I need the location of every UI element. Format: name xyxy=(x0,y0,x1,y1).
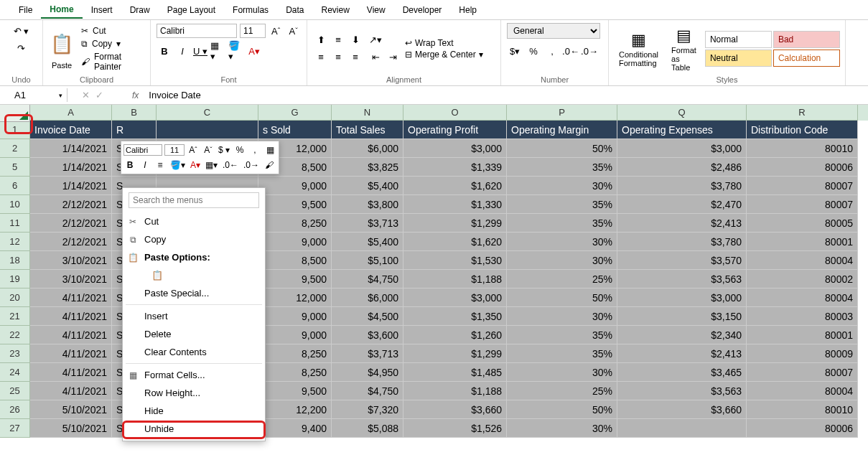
cell[interactable]: 80007 xyxy=(747,363,858,382)
row-header[interactable]: 6 xyxy=(0,177,30,195)
border-button[interactable]: ▦ ▾ xyxy=(210,43,226,59)
cell[interactable]: 80010 xyxy=(747,139,858,158)
mini-shrink-font-icon[interactable]: Aˇ xyxy=(202,144,215,156)
cell[interactable]: 35% xyxy=(507,195,617,214)
cell[interactable]: $1,530 xyxy=(403,251,507,270)
menu-draw[interactable]: Draw xyxy=(121,2,159,18)
accounting-icon[interactable]: $▾ xyxy=(507,43,523,59)
cell[interactable]: 1/14/2021 xyxy=(30,139,112,158)
mini-dec-decimal-icon[interactable]: .0← xyxy=(221,159,240,172)
cell[interactable]: $3,000 xyxy=(403,139,507,158)
cell[interactable]: $1,330 xyxy=(403,195,507,214)
menu-data[interactable]: Data xyxy=(277,2,312,18)
col-header-n[interactable]: N xyxy=(332,105,403,121)
row-header[interactable]: 27 xyxy=(0,419,30,438)
header-cell[interactable]: Operating Margin xyxy=(507,121,617,139)
mini-inc-decimal-icon[interactable]: .0→ xyxy=(242,159,261,172)
cm-delete[interactable]: Delete xyxy=(123,325,265,343)
menu-home[interactable]: Home xyxy=(41,1,82,19)
cell[interactable]: 4/11/2021 xyxy=(30,344,112,363)
cell[interactable]: $1,188 xyxy=(403,270,507,288)
cell[interactable]: $5,100 xyxy=(332,251,403,270)
cell[interactable]: 50% xyxy=(507,139,617,158)
mini-bold-icon[interactable]: B xyxy=(123,159,136,172)
col-header-a[interactable]: A xyxy=(30,105,112,121)
header-cell[interactable]: Operating Profit xyxy=(403,121,507,139)
cell[interactable]: $2,470 xyxy=(617,195,747,214)
menu-page-layout[interactable]: Page Layout xyxy=(159,2,224,18)
cell[interactable]: 4/11/2021 xyxy=(30,363,112,382)
mini-format-painter-icon[interactable]: 🖌 xyxy=(263,159,276,172)
cell[interactable]: 8,250 xyxy=(258,344,332,363)
cell[interactable]: 80007 xyxy=(747,177,858,195)
header-cell[interactable]: R xyxy=(112,121,157,139)
cell[interactable]: $1,299 xyxy=(403,344,507,363)
cell[interactable]: 30% xyxy=(507,177,617,195)
cell[interactable]: $3,563 xyxy=(617,382,747,400)
cell[interactable]: 8,250 xyxy=(258,214,332,233)
cell[interactable]: $2,486 xyxy=(617,158,747,177)
cell[interactable]: 80007 xyxy=(747,195,858,214)
cell[interactable]: 12,200 xyxy=(258,400,332,419)
row-header[interactable]: 11 xyxy=(0,214,30,233)
mini-font-input[interactable] xyxy=(123,144,162,156)
percent-icon[interactable]: % xyxy=(526,43,541,59)
shrink-font-icon[interactable]: Aˇ xyxy=(286,23,302,39)
cell[interactable]: 2/12/2021 xyxy=(30,233,112,251)
bold-button[interactable]: B xyxy=(157,43,172,59)
cell[interactable] xyxy=(617,419,747,438)
cell[interactable]: 80001 xyxy=(747,233,858,251)
cell[interactable]: 35% xyxy=(507,344,617,363)
row-header[interactable]: 5 xyxy=(0,158,30,177)
undo-icon[interactable]: ↶ ▾ xyxy=(14,23,29,39)
cell[interactable]: 80006 xyxy=(747,419,858,438)
font-color-button[interactable]: A▾ xyxy=(246,43,262,59)
col-header-q[interactable]: Q xyxy=(617,105,747,121)
cell[interactable]: 25% xyxy=(507,270,617,288)
header-cell[interactable]: Operating Expenses xyxy=(617,121,747,139)
cell[interactable]: $4,750 xyxy=(332,270,403,288)
cell[interactable]: 4/11/2021 xyxy=(30,307,112,326)
cell[interactable]: $4,750 xyxy=(332,382,403,400)
cm-unhide[interactable]: Unhide xyxy=(123,420,265,438)
style-bad[interactable]: Bad xyxy=(773,31,840,48)
copy-button[interactable]: ⧉Copy ▾ xyxy=(79,38,144,50)
col-header-b[interactable]: B xyxy=(112,105,157,121)
cell[interactable]: 9,000 xyxy=(258,326,332,344)
row-header[interactable]: 19 xyxy=(0,270,30,288)
menu-review[interactable]: Review xyxy=(312,2,358,18)
header-cell[interactable]: Invoice Date xyxy=(30,121,112,139)
cm-copy[interactable]: ⧉Copy xyxy=(123,230,265,248)
conditional-formatting-button[interactable]: ▦Conditional Formatting xyxy=(615,29,663,69)
cell[interactable]: 30% xyxy=(507,419,617,438)
cell[interactable]: 30% xyxy=(507,307,617,326)
align-middle-icon[interactable]: ≡ xyxy=(330,32,346,48)
formula-input[interactable] xyxy=(144,88,868,102)
cut-button[interactable]: ✂Cut xyxy=(79,25,144,37)
cell[interactable]: 2/12/2021 xyxy=(30,195,112,214)
cell[interactable]: $1,339 xyxy=(403,158,507,177)
align-right-icon[interactable]: ≡ xyxy=(347,50,363,65)
col-header-p[interactable]: P xyxy=(507,105,617,121)
cell[interactable]: $3,000 xyxy=(617,139,747,158)
cell[interactable]: $1,260 xyxy=(403,326,507,344)
cell[interactable]: $1,526 xyxy=(403,419,507,438)
mini-align-icon[interactable]: ≡ xyxy=(154,159,167,172)
font-size-input[interactable] xyxy=(240,24,266,38)
cell[interactable]: 9,500 xyxy=(258,382,332,400)
cell[interactable]: 80005 xyxy=(747,214,858,233)
font-name-input[interactable] xyxy=(157,24,237,38)
cell[interactable]: 9,000 xyxy=(258,177,332,195)
row-header[interactable]: 23 xyxy=(0,344,30,363)
cell[interactable]: 35% xyxy=(507,214,617,233)
cell[interactable]: $1,485 xyxy=(403,363,507,382)
cell[interactable]: 9,500 xyxy=(258,270,332,288)
cell[interactable]: $1,188 xyxy=(403,382,507,400)
grow-font-icon[interactable]: Aˆ xyxy=(269,23,284,39)
col-header-g[interactable]: G xyxy=(258,105,332,121)
row-header[interactable]: 22 xyxy=(0,326,30,344)
mini-comma-icon[interactable]: , xyxy=(248,144,261,156)
cell[interactable]: 35% xyxy=(507,158,617,177)
fx-icon[interactable]: fx xyxy=(132,90,139,100)
cell[interactable]: 1/14/2021 xyxy=(30,177,112,195)
